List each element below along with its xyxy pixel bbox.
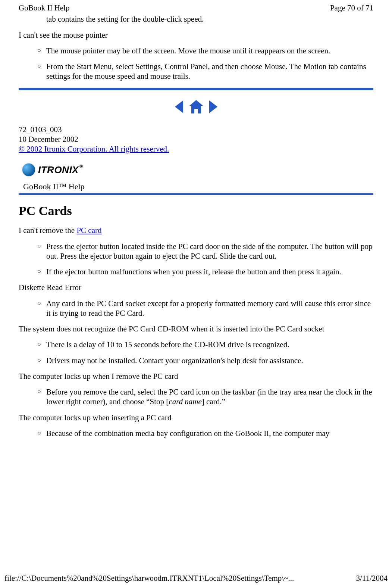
footer-date: 3/11/2004 [356, 573, 388, 583]
list-item: Because of the combination media bay con… [37, 428, 373, 438]
text-fragment: I can't remove the [19, 226, 76, 235]
topic-lockup-remove: The computer locks up when I remove the … [19, 371, 373, 381]
topic-cant-remove-list: Press the ejector button located inside … [19, 241, 373, 277]
topic-lockup-insert: The computer locks up when inserting a P… [19, 413, 373, 423]
nav-next-icon[interactable] [209, 100, 217, 113]
list-item: Before you remove the card, select the P… [37, 387, 373, 407]
topic-pccard-cdrom-list: There is a delay of 10 to 15 seconds bef… [19, 340, 373, 365]
topic-mouse-pointer-list: The mouse pointer may be off the screen.… [19, 46, 373, 81]
footer-path: file://C:\Documents%20and%20Settings\har… [4, 573, 294, 583]
list-item: Press the ejector button located inside … [37, 241, 373, 261]
doc-id: 72_0103_003 [19, 125, 373, 134]
svg-marker-0 [175, 100, 183, 113]
topic-diskette-read-error: Diskette Read Error [19, 283, 373, 292]
topic-mouse-pointer: I can't see the mouse pointer [19, 30, 373, 40]
nav-home-icon[interactable] [188, 99, 204, 114]
divider [19, 193, 373, 195]
card-name-placeholder: card name [169, 397, 201, 406]
section-title-pc-cards: PC Cards [19, 203, 373, 219]
list-item: Drivers may not be installed. Contact yo… [37, 356, 373, 365]
doc-date: 10 December 2002 [19, 134, 373, 144]
list-item: Any card in the PC Card socket except fo… [37, 299, 373, 318]
registered-mark: ® [79, 164, 83, 169]
topic-cant-remove-pccard: I can't remove the PC card [19, 225, 373, 235]
svg-marker-1 [189, 100, 203, 113]
topic-diskette-list: Any card in the PC Card socket except fo… [19, 299, 373, 318]
help-subhead: GoBook II™ Help [23, 181, 373, 192]
pc-card-link[interactable]: PC card [76, 226, 101, 235]
list-item: The mouse pointer may be off the screen.… [37, 46, 373, 56]
topic-pccard-cdrom: The system does not recognize the PC Car… [19, 324, 373, 334]
topic-lockup-remove-list: Before you remove the card, select the P… [19, 387, 373, 407]
globe-icon [22, 163, 35, 176]
brand-name: ITRONIX® [38, 164, 83, 176]
doc-title-header: GoBook II Help [19, 3, 69, 13]
topic-lockup-insert-list: Because of the combination media bay con… [19, 428, 373, 438]
copyright-link[interactable]: © 2002 Itronix Corporation. All rights r… [19, 144, 169, 153]
divider [19, 88, 373, 90]
nav-prev-icon[interactable] [175, 100, 183, 113]
list-item: From the Start Menu, select Settings, Co… [37, 62, 373, 81]
text-fragment: ] card.” [202, 397, 225, 406]
page-number: Page 70 of 71 [330, 3, 373, 13]
brand-text: ITRONIX [38, 164, 79, 175]
list-item: There is a delay of 10 to 15 seconds bef… [37, 340, 373, 349]
svg-marker-2 [209, 100, 217, 113]
brand-logo: ITRONIX® [22, 163, 373, 176]
continuation-line: tab contains the setting for the double-… [46, 14, 373, 24]
list-item: If the ejector button malfunctions when … [37, 267, 373, 277]
